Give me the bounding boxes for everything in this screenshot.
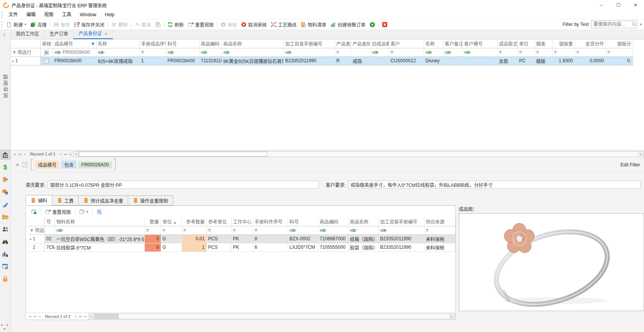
grid-cell[interactable]: FR00028A00 bbox=[53, 56, 96, 65]
column-header-7[interactable]: 加工贸易手册编号 bbox=[283, 39, 335, 48]
grid-cell[interactable]: 蜡版 bbox=[534, 56, 552, 65]
grid-cell[interactable]: 0.01 bbox=[182, 234, 206, 243]
sidebar-edit-icon[interactable] bbox=[1, 200, 10, 209]
menu-item-view[interactable]: 视图 bbox=[40, 10, 58, 19]
sidebar-folder-open-icon[interactable] bbox=[1, 212, 10, 221]
filter-cell-2[interactable]: = bbox=[144, 226, 161, 234]
column-filter-funnel-icon[interactable] bbox=[91, 42, 95, 47]
toolbar-grip[interactable] bbox=[1, 21, 3, 27]
filter-row-indicator[interactable]: 筛选行 bbox=[11, 48, 40, 56]
filter-cell-3[interactable]: = bbox=[139, 48, 166, 56]
grid-cell[interactable]: 0.0000 bbox=[575, 56, 606, 65]
nav-prev-icon[interactable]: ◂ bbox=[38, 315, 41, 318]
filter-enabled-checkbox[interactable]: ✓ bbox=[22, 163, 27, 167]
main-grid-hscrollbar[interactable]: ◂ ▸ bbox=[73, 151, 644, 157]
filter-cell-6[interactable]: ABC bbox=[222, 48, 283, 56]
grid-cell[interactable]: 9K黄金925K白银镶嵌钻石首饰A bbox=[222, 56, 283, 65]
filter-dropdown-caret[interactable]: ▾ bbox=[640, 22, 642, 26]
filter-cell-6[interactable]: = bbox=[231, 226, 253, 234]
column-header-4[interactable]: 参考数量 bbox=[182, 217, 206, 226]
detail-tab-auxiliary-materials[interactable]: 辅料 bbox=[26, 195, 52, 205]
filter-cell-8[interactable]: ABC bbox=[288, 226, 318, 234]
scroll-left-icon[interactable]: ◂ bbox=[74, 152, 79, 157]
tab-product-identity[interactable]: 产品身份证✕ bbox=[74, 30, 113, 39]
column-header-18[interactable]: 银版重 bbox=[552, 39, 575, 48]
toolbar-button-cancel-approve[interactable]: 取消审核 bbox=[239, 20, 269, 29]
grid-cell[interactable]: 7113191100 bbox=[199, 56, 222, 65]
row-indicator[interactable]: ▸1 bbox=[28, 234, 45, 243]
grid-cell[interactable]: 0. bbox=[606, 56, 633, 65]
grid-cell[interactable]: 胶袋（国购） bbox=[348, 243, 378, 252]
column-header-8[interactable]: 料号 bbox=[288, 217, 318, 226]
nav-last-icon[interactable]: ▸| bbox=[83, 315, 88, 318]
sidebar-expand-icon[interactable]: › bbox=[3, 31, 5, 38]
column-header-0[interactable]: 号 bbox=[45, 217, 55, 226]
grid-cell[interactable]: 0 bbox=[144, 234, 161, 243]
grid-cell[interactable]: PCS bbox=[206, 234, 231, 243]
detail-tab-estimated-net-gold-weight[interactable]: 预计成品净金重 bbox=[78, 195, 128, 205]
grid-cell[interactable]: BZX-0002 bbox=[288, 234, 318, 243]
filter-cell-9[interactable] bbox=[351, 48, 370, 56]
sidebar-overflow-dots[interactable]: ● ● ● bbox=[0, 323, 10, 331]
maximize-button[interactable]: ☐ bbox=[610, 0, 627, 10]
grid-cell[interactable]: 1 bbox=[139, 56, 166, 65]
minimize-button[interactable]: ─ bbox=[593, 0, 610, 10]
column-header-3[interactable]: 单位▲ bbox=[161, 217, 182, 226]
grid-cell[interactable]: 来料保税 bbox=[424, 243, 455, 252]
grid-cell[interactable]: Disney bbox=[424, 56, 443, 65]
grid-cell[interactable]: 纸箱（国购） bbox=[348, 234, 378, 243]
filter-cell-12[interactable]: = bbox=[424, 226, 455, 234]
filter-cell-5[interactable]: ABC bbox=[199, 48, 222, 56]
menu-item-edit[interactable]: 编辑 bbox=[22, 10, 40, 19]
column-header-14[interactable]: 客户模号 bbox=[462, 39, 497, 48]
toolbar-button-create-sales-order[interactable]: 创建销售订单 bbox=[328, 20, 368, 29]
close-button[interactable]: ✕ bbox=[627, 0, 644, 10]
column-header-6[interactable]: 工作中心 bbox=[231, 217, 253, 226]
toolbar-button-new[interactable]: 新建▾ bbox=[4, 20, 28, 29]
menu-item-tools[interactable]: 工具 bbox=[58, 10, 76, 19]
sidebar-binoculars-icon[interactable] bbox=[1, 237, 10, 246]
search-icon[interactable] bbox=[632, 22, 637, 28]
filter-cell-3[interactable]: = bbox=[161, 226, 182, 234]
toolbar-button-bom[interactable]: 物料清单 bbox=[299, 20, 328, 29]
column-header-10[interactable]: 旧成品模号 bbox=[370, 39, 389, 48]
filter-cell-11[interactable]: ABC bbox=[378, 226, 424, 234]
grid-cell[interactable]: 戒指 bbox=[351, 56, 370, 65]
nav-next-page-icon[interactable]: ▸▸ bbox=[78, 315, 83, 318]
grid-cell[interactable]: G bbox=[161, 243, 182, 252]
column-header-2[interactable]: 名称 bbox=[96, 39, 139, 48]
filter-cell-19[interactable]: = bbox=[575, 48, 606, 56]
menubar-grip[interactable] bbox=[1, 12, 3, 18]
grid-cell[interactable]: FR00028A00 bbox=[166, 56, 199, 65]
sidebar-dollar-icon[interactable]: $ bbox=[1, 163, 10, 172]
grid-cell[interactable]: 7106667000 bbox=[318, 234, 348, 243]
filter-cell-20[interactable]: = bbox=[606, 48, 633, 56]
nav-prev-page-icon[interactable]: ◂◂ bbox=[32, 315, 38, 318]
nav-first-icon[interactable]: |◂ bbox=[12, 152, 17, 156]
filter-cell-7[interactable]: = bbox=[253, 226, 288, 234]
grid-cell[interactable]: G bbox=[161, 234, 182, 243]
column-header-8[interactable]: 产品类别 bbox=[335, 39, 351, 48]
collapse-panel-button[interactable] bbox=[29, 209, 39, 215]
column-header-4[interactable]: 料号 bbox=[166, 39, 199, 48]
filter-cell-13[interactable]: ABC bbox=[443, 48, 462, 56]
filter-cell-1[interactable]: ABCFR00028A00 bbox=[53, 48, 96, 56]
filter-field-chip[interactable]: 成品模号 bbox=[35, 161, 60, 169]
grid-cell[interactable]: B23352011990 bbox=[283, 56, 335, 65]
toolbar-button-close-document[interactable] bbox=[380, 20, 390, 29]
filter-cell-4[interactable]: ABC bbox=[166, 48, 199, 56]
menu-item-help[interactable]: Help bbox=[101, 10, 119, 19]
filter-cell-12[interactable]: ABC bbox=[424, 48, 443, 56]
toolbar-button-clone[interactable]: 克隆 bbox=[28, 20, 49, 29]
grid-cell[interactable]: R bbox=[335, 56, 351, 65]
grid-cell[interactable]: CUS000012 bbox=[389, 56, 424, 65]
nav-prev-page-icon[interactable]: ◂◂ bbox=[17, 152, 22, 156]
column-header-5[interactable]: 商品编码 bbox=[199, 39, 222, 48]
grid-cell[interactable]: B23352011990 bbox=[378, 243, 424, 252]
toolbar-button-process-route[interactable]: 工艺路线 bbox=[269, 20, 299, 29]
grid-cell[interactable]: 7105555000 bbox=[318, 243, 348, 252]
filter-cell-4[interactable]: = bbox=[182, 226, 206, 234]
column-header-12[interactable]: 供应来源 bbox=[424, 217, 455, 226]
column-header-1[interactable]: 物料名称 bbox=[55, 217, 144, 226]
column-header-15[interactable]: 成品款式 bbox=[497, 39, 517, 48]
